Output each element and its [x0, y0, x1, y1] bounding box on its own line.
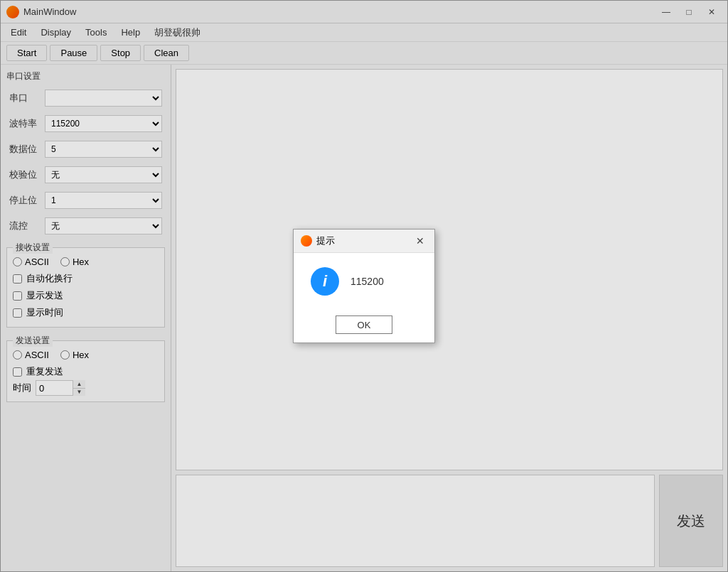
dialog-app-icon [301, 235, 312, 247]
dialog-title-bar: 提示 ✕ [294, 230, 434, 253]
dialog-overlay: 提示 ✕ i 115200 OK [0, 0, 728, 572]
dialog-box: 提示 ✕ i 115200 OK [293, 229, 435, 343]
dialog-close-button[interactable]: ✕ [413, 234, 427, 248]
dialog-ok-button[interactable]: OK [336, 315, 392, 334]
dialog-message: 115200 [350, 276, 384, 287]
info-icon: i [311, 267, 339, 296]
dialog-title-text: 提示 [316, 234, 335, 247]
dialog-footer: OK [294, 310, 434, 342]
dialog-body: i 115200 [294, 253, 434, 310]
dialog-title-content: 提示 [301, 234, 335, 247]
